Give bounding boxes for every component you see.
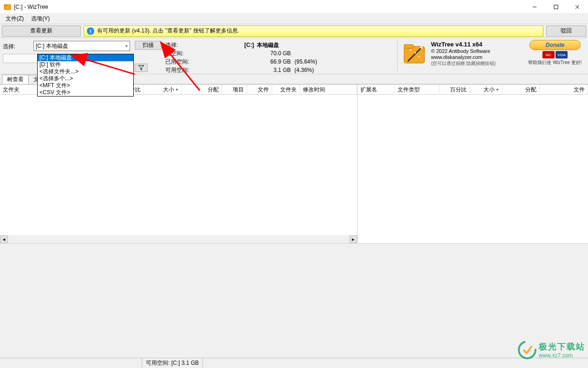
menu-file[interactable]: 文件(Z) bbox=[2, 14, 27, 24]
update-message-text: 有可用的更新 (v4.13). 点击 "查看更新" 按钮了解更多信息. bbox=[97, 27, 239, 35]
visa-icon: VISA bbox=[555, 51, 568, 58]
app-url[interactable]: www.diskanalyzer.com bbox=[431, 54, 496, 60]
window-buttons bbox=[524, 0, 588, 14]
svg-point-11 bbox=[415, 52, 416, 54]
chevron-down-icon: ▾ bbox=[125, 44, 128, 48]
tree-pane[interactable]: ◄ ► bbox=[0, 95, 358, 243]
scroll-left-button[interactable]: ◄ bbox=[0, 235, 8, 243]
status-cell-1 bbox=[3, 358, 142, 368]
svg-rect-3 bbox=[554, 5, 558, 9]
menubar: 文件(Z) 选项(Y) bbox=[0, 14, 588, 24]
scan-button[interactable]: 扫描 bbox=[135, 41, 162, 50]
treemap-area bbox=[0, 243, 588, 358]
dropdown-option-select-multiple[interactable]: <选择多个...> bbox=[38, 75, 133, 82]
dropdown-option-select-folder[interactable]: <选择文件夹...> bbox=[38, 68, 133, 75]
free-space-pct: (4.36%) bbox=[291, 67, 333, 73]
check-update-button[interactable]: 查看更新 bbox=[2, 26, 81, 37]
credit-cards: MC VISA bbox=[542, 51, 568, 58]
svg-rect-7 bbox=[404, 45, 413, 48]
col-filetype[interactable]: 文件类型 bbox=[395, 84, 439, 95]
svg-point-10 bbox=[410, 50, 412, 51]
watermark: 极光下载站 www.xz7.com bbox=[517, 340, 585, 360]
used-space-pct: (95.64%) bbox=[291, 58, 333, 65]
drive-combobox-value: [C:] 本地磁盘 bbox=[36, 42, 68, 50]
col-folders[interactable]: 文件夹 bbox=[272, 84, 300, 95]
used-space-label: 已用空间: bbox=[165, 58, 244, 66]
col-items[interactable]: 项目 bbox=[222, 84, 247, 95]
drive-combobox[interactable]: [C:] 本地磁盘 ▾ bbox=[33, 41, 130, 51]
update-message-area: i 有可用的更新 (v4.13). 点击 "查看更新" 按钮了解更多信息. bbox=[84, 26, 543, 37]
col-files[interactable]: 文件 bbox=[247, 84, 272, 95]
scroll-right-button[interactable]: ► bbox=[349, 235, 357, 243]
scroll-track[interactable] bbox=[8, 235, 349, 243]
filter-button[interactable] bbox=[135, 64, 148, 72]
total-space-value: 70.0 GB bbox=[244, 50, 291, 57]
menu-options[interactable]: 选项(Y) bbox=[27, 14, 53, 24]
watermark-name: 极光下载站 bbox=[539, 341, 585, 352]
dropdown-option-d[interactable]: [D:] 软件 bbox=[38, 61, 133, 68]
svg-point-15 bbox=[519, 342, 536, 358]
col-ext[interactable]: 扩展名 bbox=[358, 84, 395, 95]
svg-rect-1 bbox=[4, 5, 7, 6]
dismiss-button[interactable]: 驳回 bbox=[546, 26, 586, 37]
info-select-label: 选择: bbox=[165, 41, 244, 49]
drive-info: 选择: [C:] 本地磁盘 总空间: 70.0 GB 已用空间: 66.9 GB… bbox=[162, 40, 397, 72]
info-drive-name: 本地磁盘 bbox=[257, 41, 279, 49]
titlebar: [C:] - WizTree bbox=[0, 0, 588, 14]
col-modified[interactable]: 修改时间 bbox=[300, 84, 357, 95]
col-alloc[interactable]: 分配 bbox=[182, 84, 222, 95]
maximize-button[interactable] bbox=[545, 0, 567, 14]
free-space-label: 可用空间: bbox=[165, 66, 244, 74]
minimize-button[interactable] bbox=[524, 0, 545, 14]
tab-tree-view[interactable]: 树查看 bbox=[2, 75, 29, 84]
app-logo-icon bbox=[401, 41, 427, 67]
col-r-size[interactable]: 大小▼ bbox=[470, 84, 503, 95]
dropdown-option-csv[interactable]: <CSV 文件> bbox=[38, 89, 133, 96]
extension-pane[interactable] bbox=[358, 95, 588, 243]
sort-desc-icon-2: ▼ bbox=[496, 88, 499, 92]
content-panes: ◄ ► bbox=[0, 95, 588, 243]
close-button[interactable] bbox=[567, 0, 588, 14]
donate-hide-hint: (您可以通过捐赠 隐藏捐赠按钮) bbox=[431, 60, 496, 67]
filter-icon bbox=[138, 65, 144, 71]
free-space-value: 3.1 GB bbox=[244, 67, 291, 73]
app-info: WizTree v4.11 x64 © 2022 Antibody Softwa… bbox=[397, 40, 525, 72]
status-free-space: 可用空间: [C:] 3.1 GB bbox=[142, 358, 203, 368]
col-r-pct[interactable]: 百分比 bbox=[439, 84, 470, 95]
app-icon bbox=[4, 3, 11, 11]
horizontal-scrollbar[interactable]: ◄ ► bbox=[0, 235, 357, 243]
app-name: WizTree v4.11 x64 bbox=[431, 41, 496, 48]
donate-hint: 帮助我们使 WizTree 更好! bbox=[528, 59, 581, 66]
svg-point-12 bbox=[418, 56, 420, 58]
select-label: 选择: bbox=[3, 43, 33, 51]
col-r-alloc[interactable]: 分配 bbox=[503, 84, 540, 95]
total-space-label: 总空间: bbox=[165, 50, 244, 58]
used-space-value: 66.9 GB bbox=[244, 58, 291, 65]
info-icon: i bbox=[87, 27, 94, 35]
window-title: [C:] - WizTree bbox=[14, 4, 524, 10]
watermark-icon bbox=[517, 340, 537, 360]
dropdown-option-mft[interactable]: <MFT 文件> bbox=[38, 82, 133, 89]
donate-button[interactable]: Donate bbox=[529, 40, 581, 50]
col-size[interactable]: 大小▼ bbox=[144, 84, 182, 95]
dropdown-option-c[interactable]: [C:] 本地磁盘 bbox=[38, 54, 133, 61]
donate-section: Donate MC VISA 帮助我们使 WizTree 更好! bbox=[525, 40, 585, 72]
status-bar: 可用空间: [C:] 3.1 GB bbox=[0, 358, 588, 368]
mastercard-icon: MC bbox=[542, 51, 555, 58]
app-copyright: © 2022 Antibody Software bbox=[431, 48, 496, 54]
drive-dropdown-list[interactable]: [C:] 本地磁盘 [D:] 软件 <选择文件夹...> <选择多个...> <… bbox=[37, 54, 134, 97]
info-drive-label: [C:] bbox=[244, 42, 254, 48]
col-r-files[interactable]: 文件 bbox=[540, 84, 588, 95]
update-bar: 查看更新 i 有可用的更新 (v4.13). 点击 "查看更新" 按钮了解更多信… bbox=[0, 24, 588, 38]
sort-desc-icon: ▼ bbox=[175, 88, 179, 92]
watermark-url: www.xz7.com bbox=[539, 352, 585, 359]
